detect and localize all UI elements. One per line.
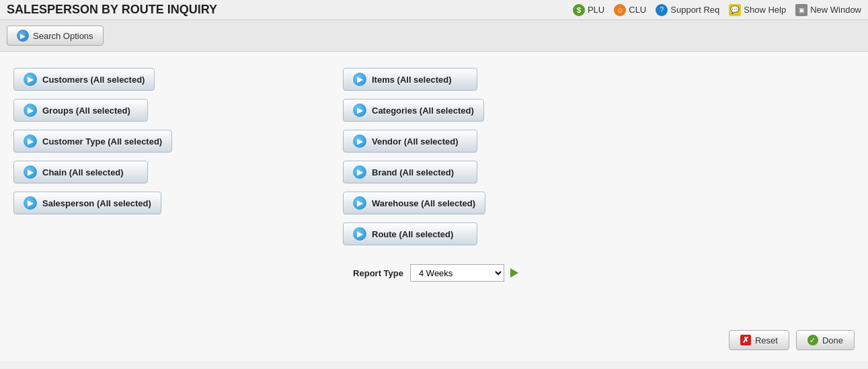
filter-btn-label-salesperson: Salesperson (All selected)	[42, 198, 151, 208]
clu-icon: ☺	[614, 4, 626, 16]
filter-btn-label-items: Items (All selected)	[372, 75, 452, 85]
filter-btn-route[interactable]: ▶ Route (All selected)	[343, 222, 477, 245]
filter-btn-label-customers: Customers (All selected)	[42, 75, 145, 85]
newwindow-action[interactable]: ▣ New Window	[795, 4, 861, 16]
filter-grid: ▶ Customers (All selected) ▶ Groups (All…	[13, 63, 672, 287]
help-icon: 💬	[729, 4, 741, 16]
reset-button[interactable]: ✗ Reset	[729, 330, 789, 350]
filter-btn-icon-chain: ▶	[24, 165, 37, 179]
support-action[interactable]: ? Support Req	[656, 4, 719, 16]
filter-btn-icon-customers: ▶	[24, 73, 37, 86]
plu-icon: $	[573, 4, 585, 16]
reset-label: Reset	[755, 335, 778, 345]
search-options-button[interactable]: ▶ Search Options	[7, 26, 104, 46]
header: SALESPERSON BY ROUTE INQUIRY $ PLU ☺ CLU…	[0, 0, 868, 20]
done-icon: ✓	[807, 335, 818, 345]
filter-btn-icon-brand: ▶	[353, 165, 366, 179]
help-action[interactable]: 💬 Show Help	[729, 4, 786, 16]
filter-btn-brand[interactable]: ▶ Brand (All selected)	[343, 161, 477, 183]
filter-btn-icon-items: ▶	[353, 73, 366, 86]
filter-btn-icon-categories: ▶	[353, 104, 366, 117]
clu-action[interactable]: ☺ CLU	[614, 4, 646, 16]
filter-btn-label-categories: Categories (All selected)	[372, 106, 474, 116]
filter-btn-warehouse[interactable]: ▶ Warehouse (All selected)	[343, 192, 485, 214]
toolbar: ▶ Search Options	[0, 20, 868, 52]
filter-col-right: ▶ Items (All selected) ▶ Categories (All…	[343, 63, 672, 287]
bottom-bar: ✗ Reset ✓ Done	[729, 330, 855, 350]
search-options-icon: ▶	[17, 30, 29, 42]
done-button[interactable]: ✓ Done	[796, 330, 855, 350]
reset-icon: ✗	[740, 335, 751, 345]
filter-btn-label-warehouse: Warehouse (All selected)	[372, 198, 475, 208]
filter-btn-icon-warehouse: ▶	[353, 196, 366, 210]
support-label: Support Req	[670, 5, 719, 15]
filter-btn-label-brand: Brand (All selected)	[372, 167, 454, 177]
filter-btn-vendor[interactable]: ▶ Vendor (All selected)	[343, 130, 477, 153]
filter-btn-groups[interactable]: ▶ Groups (All selected)	[13, 99, 148, 122]
newwindow-icon: ▣	[795, 4, 807, 16]
filter-btn-icon-customer-type: ▶	[24, 134, 37, 148]
support-icon: ?	[656, 4, 668, 16]
header-actions: $ PLU ☺ CLU ? Support Req 💬 Show Help ▣ …	[573, 4, 861, 16]
filter-btn-icon-route: ▶	[353, 227, 366, 241]
filter-btn-label-groups: Groups (All selected)	[42, 106, 130, 116]
report-type-go-button[interactable]	[507, 265, 522, 280]
search-options-label: Search Options	[33, 31, 93, 41]
help-label: Show Help	[744, 5, 786, 15]
main-content: ▶ Customers (All selected) ▶ Groups (All…	[0, 52, 868, 361]
filter-btn-label-chain: Chain (All selected)	[42, 167, 124, 177]
done-label: Done	[822, 335, 843, 345]
filter-btn-icon-salesperson: ▶	[24, 196, 37, 210]
filter-btn-icon-vendor: ▶	[353, 134, 366, 148]
report-type-row: Report Type4 WeeksMonthlyWeeklyDaily	[343, 264, 672, 282]
filter-btn-label-customer-type: Customer Type (All selected)	[42, 136, 162, 147]
report-type-select[interactable]: 4 WeeksMonthlyWeeklyDaily	[410, 264, 504, 282]
filter-btn-icon-groups: ▶	[24, 104, 37, 117]
page-title: SALESPERSON BY ROUTE INQUIRY	[7, 3, 217, 17]
filter-btn-chain[interactable]: ▶ Chain (All selected)	[13, 161, 148, 183]
report-type-select-wrapper: 4 WeeksMonthlyWeeklyDaily	[410, 264, 522, 282]
go-arrow-icon	[510, 268, 518, 278]
filter-btn-items[interactable]: ▶ Items (All selected)	[343, 68, 477, 91]
newwindow-label: New Window	[810, 5, 861, 15]
plu-label: PLU	[588, 5, 604, 15]
filter-btn-label-vendor: Vendor (All selected)	[372, 136, 459, 147]
filter-col-left: ▶ Customers (All selected) ▶ Groups (All…	[13, 63, 343, 287]
filter-btn-categories[interactable]: ▶ Categories (All selected)	[343, 99, 484, 122]
filter-btn-salesperson[interactable]: ▶ Salesperson (All selected)	[13, 192, 161, 214]
filter-btn-customers[interactable]: ▶ Customers (All selected)	[13, 68, 155, 91]
report-type-label: Report Type	[343, 268, 403, 278]
filter-btn-label-route: Route (All selected)	[372, 229, 453, 239]
filter-btn-customer-type[interactable]: ▶ Customer Type (All selected)	[13, 130, 172, 153]
plu-action[interactable]: $ PLU	[573, 4, 604, 16]
clu-label: CLU	[629, 5, 646, 15]
